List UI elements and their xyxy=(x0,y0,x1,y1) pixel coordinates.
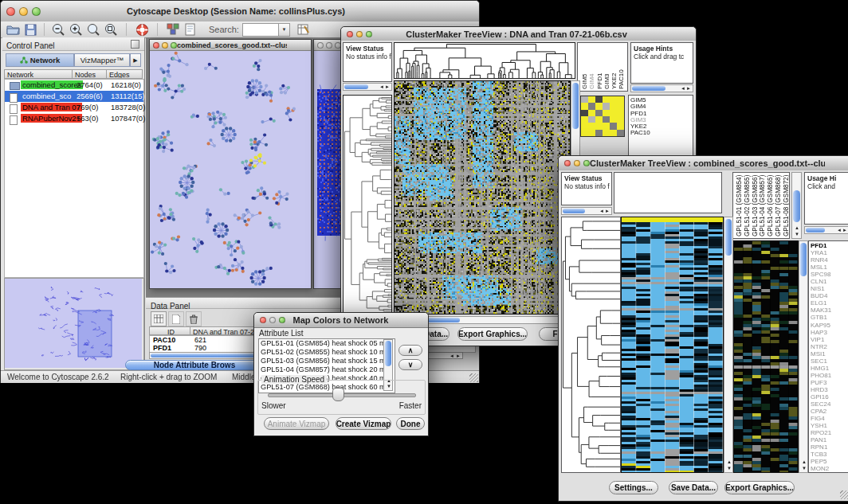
column-label[interactable]: GPL51-01 (GSM854) xyxy=(735,173,743,238)
node-attribute-browser-button[interactable]: Node Attribute Brows xyxy=(125,360,264,370)
main-title-bar[interactable]: Cytoscape Desktop (Session Name: collins… xyxy=(1,1,479,22)
column-header-edges[interactable]: Edges xyxy=(106,69,143,79)
move-down-button[interactable]: ∨ xyxy=(398,359,422,370)
gene-label[interactable]: VIP1 xyxy=(809,336,848,343)
attribute-list-item[interactable]: GPL51-01 (GSM854) heat shock 05 min xyxy=(259,339,395,348)
zoom-actual-icon[interactable] xyxy=(84,21,102,38)
treeview2-column-labels[interactable]: GPL51-01 (GSM854) GPL51-02 (GSM855) GPL5… xyxy=(732,172,790,239)
frame-minimize-button[interactable] xyxy=(162,42,168,49)
gene-label[interactable]: FIG4 xyxy=(809,415,848,422)
move-up-button[interactable]: ∧ xyxy=(398,345,422,356)
treeview2-secondary-vscrollbar[interactable]: ▲▼ xyxy=(799,240,808,473)
treeview2-row-dendrogram[interactable] xyxy=(561,217,621,473)
search-input[interactable] xyxy=(242,23,279,37)
window-zoom-button[interactable] xyxy=(366,31,372,37)
treeview2-hints-hscrollbar[interactable]: ◄► xyxy=(804,226,848,234)
treeview2-column-dendrogram-area[interactable] xyxy=(614,172,722,213)
window-zoom-button[interactable] xyxy=(279,317,285,323)
treeview1-column-dendrogram[interactable] xyxy=(394,42,575,79)
gene-label[interactable]: GTB1 xyxy=(809,314,848,321)
column-label[interactable]: GIM5 xyxy=(580,43,587,91)
gene-label[interactable]: RPO21 xyxy=(809,429,848,436)
gene-label[interactable]: HMG1 xyxy=(809,365,848,372)
treeview2-secondary-heatmap[interactable] xyxy=(733,240,799,473)
attribute-list-item[interactable]: GPL51-02 (GSM855) heat shock 10 min xyxy=(259,348,395,357)
gene-label[interactable]: RPN1 xyxy=(809,443,848,451)
treeview1-title-bar[interactable]: ClusterMaker TreeView : DNA and Tran 07-… xyxy=(341,27,696,41)
gene-label[interactable]: MON2 xyxy=(809,465,848,472)
network-list-row[interactable]: RNAPuberNov2+ 563(0) 107847(0) xyxy=(5,113,143,124)
window-minimize-button[interactable] xyxy=(574,160,580,166)
column-label[interactable]: PFD1 xyxy=(595,43,603,91)
window-close-button[interactable] xyxy=(6,7,15,16)
done-button[interactable]: Done xyxy=(396,417,425,430)
column-label[interactable]: YKE2 xyxy=(610,43,617,91)
save-data-button[interactable]: Save Data... xyxy=(669,481,718,494)
delete-attribute-trash-icon[interactable] xyxy=(186,311,202,326)
network-list-row[interactable]: combined_scores 2764(0) 16218(0) xyxy=(5,80,143,91)
window-zoom-button[interactable] xyxy=(32,7,41,16)
treeview2-status-hscrollbar[interactable]: ◄► xyxy=(561,207,612,215)
gene-label[interactable]: PAN1 xyxy=(809,436,848,443)
gene-label[interactable]: NIS1 xyxy=(809,285,848,292)
gene-label[interactable]: SEC24 xyxy=(809,400,848,408)
vizmapper-icon[interactable] xyxy=(164,21,182,38)
column-label[interactable]: GPL51-06 (GSM865) xyxy=(766,173,774,238)
gene-label[interactable]: TCB3 xyxy=(809,451,848,458)
node-attribute-table-icon[interactable] xyxy=(151,311,167,326)
window-close-button[interactable] xyxy=(347,31,353,37)
column-header-network[interactable]: Network xyxy=(4,69,73,79)
gene-label[interactable]: GPI16 xyxy=(809,393,848,400)
help-icon[interactable] xyxy=(133,21,151,38)
gene-label[interactable]: PHO81 xyxy=(809,372,848,379)
window-zoom-button[interactable] xyxy=(583,160,590,166)
animate-vizmap-button[interactable]: Animate Vizmap xyxy=(264,417,329,430)
gene-label[interactable]: HRD3 xyxy=(809,386,848,393)
gene-label[interactable]: SPC98 xyxy=(809,271,848,278)
window-minimize-button[interactable] xyxy=(19,7,28,16)
treeview1-heatmap[interactable] xyxy=(394,80,571,315)
network-list-row[interactable]: combined_sco 2569(6) 13112(15) xyxy=(5,91,143,102)
gene-label[interactable]: BUD4 xyxy=(809,292,848,299)
column-label[interactable]: PAC10 xyxy=(617,43,624,91)
treeview1-hints-hscrollbar[interactable]: ◄► xyxy=(630,84,693,92)
column-header-nodes[interactable]: Nodes xyxy=(72,69,107,79)
window-minimize-button[interactable] xyxy=(356,31,363,37)
attribute-list-item[interactable]: GPL51-03 (GSM856) heat shock 15 min xyxy=(259,357,395,365)
treeview2-gene-labels[interactable]: PFD1YRA1RNR4MSL1SPC98CLN1NIS1BUD4ELG1MAK… xyxy=(808,240,848,473)
gene-label[interactable]: MSL1 xyxy=(809,264,848,271)
network-list-row[interactable]: DNA and Tran 07 769(0) 183728(0) xyxy=(5,102,143,113)
frame-minimize-button[interactable] xyxy=(326,42,332,49)
frame-zoom-button[interactable] xyxy=(171,42,177,49)
gene-label[interactable]: YSH1 xyxy=(809,422,848,429)
new-attribute-icon[interactable] xyxy=(168,311,184,326)
gene-label[interactable]: MSI1 xyxy=(809,350,848,357)
treeview2-vscrollbar[interactable]: ▲▼ xyxy=(724,217,733,473)
save-session-icon[interactable] xyxy=(22,21,39,38)
gene-label[interactable]: PUF3 xyxy=(809,379,848,386)
gene-label[interactable]: SEC1 xyxy=(809,357,848,365)
tab-overflow-arrow[interactable]: ▶ xyxy=(130,53,141,67)
gene-label[interactable]: PAC10 xyxy=(629,130,693,136)
column-label[interactable]: GIM4 xyxy=(587,43,595,91)
column-label[interactable]: GPL51-02 (GSM855) xyxy=(743,173,751,238)
zoom-in-icon[interactable] xyxy=(67,21,84,38)
network-overview-panel[interactable] xyxy=(4,278,144,370)
treeview1-row-dendrogram[interactable] xyxy=(343,95,392,313)
gene-label[interactable]: ELG1 xyxy=(809,299,848,307)
gene-label[interactable]: HAP3 xyxy=(809,329,848,336)
gene-label[interactable]: PEP5 xyxy=(809,458,848,465)
network-view-canvas[interactable] xyxy=(150,51,309,287)
gene-label[interactable]: CPA2 xyxy=(809,408,848,415)
float-panel-icon[interactable] xyxy=(131,40,139,49)
zoom-out-icon[interactable] xyxy=(49,21,67,38)
treeview1-status-hscrollbar[interactable]: ◄► xyxy=(343,83,392,91)
treeview1-column-labels[interactable]: GIM5 GIM4 PFD1 GIM3 xyxy=(577,42,628,92)
settings-button[interactable]: Settings... xyxy=(609,481,658,494)
column-label[interactable]: GPL51-07 (GSM868) xyxy=(774,173,782,238)
gene-label[interactable]: CLN1 xyxy=(809,278,848,285)
dialog-title-bar[interactable]: Map Colors to Network xyxy=(254,313,428,328)
network-overview-canvas[interactable] xyxy=(5,279,142,368)
tab-network[interactable]: Network xyxy=(6,53,74,67)
create-vizmap-button[interactable]: Create Vizmap xyxy=(336,417,391,430)
